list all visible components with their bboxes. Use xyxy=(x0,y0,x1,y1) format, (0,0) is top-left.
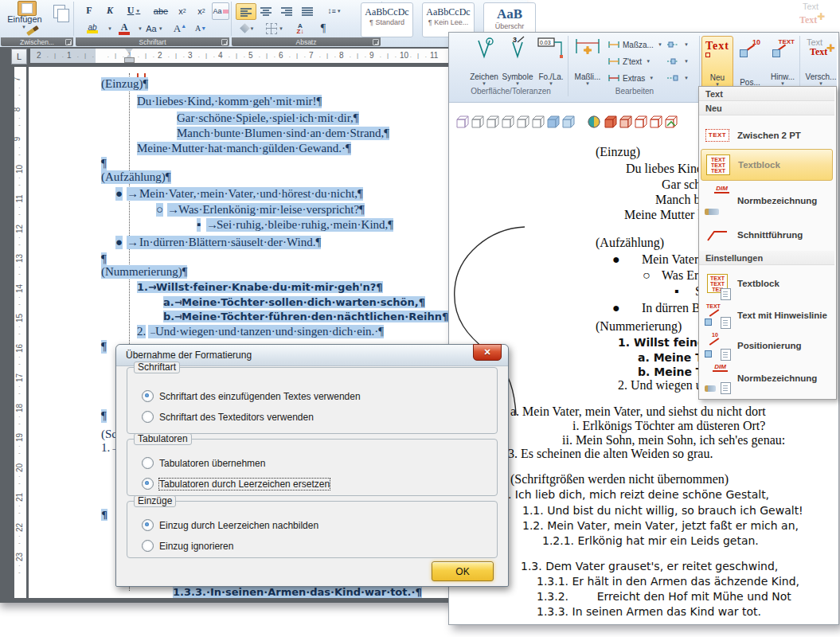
radio-label[interactable]: Tabulatoren durch Leerzeichen ersetzen xyxy=(159,479,330,490)
cad-doc-text[interactable]: 1.3.2. Erreicht den Hof mit Mühe und Not xyxy=(537,590,791,603)
radio-option[interactable]: Tabulatoren durch Leerzeichen ersetzen xyxy=(142,478,330,490)
doc-text[interactable]: (Aufzählung)¶ xyxy=(101,170,171,184)
cad-doc-text[interactable]: 1.3.3. In seinen Armen das Kind war tot. xyxy=(537,605,761,618)
doc-text[interactable]: a. xyxy=(163,296,174,308)
ok-label: OK xyxy=(455,566,469,577)
menu-header-text: Text xyxy=(699,87,834,101)
doc-text[interactable]: 1. xyxy=(137,281,148,293)
ghost-ribbon-fragment: Text ✚ Text xyxy=(798,0,840,30)
menu-item-text-frame[interactable]: TEXTZwischen 2 PT xyxy=(701,120,833,150)
cad-doc-text[interactable]: 1.3.1. Er hält in den Armen das ächzende… xyxy=(537,575,799,588)
norm-doc-icon: DIM xyxy=(704,362,731,394)
schnitt-icon xyxy=(704,221,731,249)
doc-text[interactable]: b. xyxy=(163,311,174,322)
doc-text[interactable]: Du·liebes·Kind,·komm·geh'·mit·mir!¶ xyxy=(137,95,322,108)
textblock-icon: TEXTTEXTTEXT xyxy=(705,150,732,180)
cad-doc-text[interactable]: (Schriftgrößen werden nicht übernommen) xyxy=(510,472,729,487)
doc-text[interactable]: Sei·ruhig,·bleibe·ruhig,·mein·Kind,¶ xyxy=(217,218,393,232)
radio-option[interactable]: Einzug durch Leerzeichen nachbilden xyxy=(142,519,318,531)
groupbox-label: Tabulatoren xyxy=(134,433,192,445)
doc-text[interactable]: Meine·Töchter·führen·den·nächtlichen·Rei… xyxy=(182,311,448,322)
doc-text[interactable]: ¶ xyxy=(101,409,107,423)
radio-label[interactable]: Tabulatoren übernehmen xyxy=(159,458,265,469)
cad-doc-text[interactable]: ii. Mein Sohn, mein Sohn, ich seh'es gen… xyxy=(562,433,785,447)
radio-unselected[interactable] xyxy=(142,540,154,552)
radio-selected[interactable] xyxy=(142,519,154,531)
menu-item-label: Textblock xyxy=(738,160,780,170)
groupbox-schriftart: SchriftartSchriftart des einzufügenden T… xyxy=(127,367,498,434)
cad-doc-text[interactable]: (Einzug) xyxy=(596,145,640,159)
doc-text[interactable]: 2. xyxy=(137,325,146,338)
cad-doc-text[interactable]: 3. Es scheinen die alten Weiden so grau. xyxy=(508,447,713,461)
close-icon[interactable]: ✕ xyxy=(473,344,502,361)
doc-text[interactable]: Mein·Vater,·mein·Vater,·und·hörest·du·ni… xyxy=(139,187,363,201)
doc-text[interactable]: In·dürren·Blättern·säuselt·der·Wind.¶ xyxy=(139,236,321,249)
doc-text[interactable]: Gar·schöne·Spiele,·spiel·ich·mit·dir,¶ xyxy=(177,111,359,125)
menu-item-label: Normbezeichnung xyxy=(737,373,817,383)
doc-text[interactable]: ○ xyxy=(156,203,163,217)
cad-doc-text[interactable]: i. Erlkönigs Töchter am düsteren Ort? xyxy=(572,419,765,433)
radio-unselected[interactable] xyxy=(142,457,154,469)
radio-unselected[interactable] xyxy=(142,411,154,423)
cad-doc-text[interactable]: ● xyxy=(612,301,620,315)
cad-doc-text[interactable]: 1. Ich lieb dich, mich reizt deine schön… xyxy=(501,488,769,501)
radio-label[interactable]: Schriftart des einzufügenden Textes verw… xyxy=(159,391,361,402)
cad-doc-text[interactable]: 1.3. Dem Vater grauset's, er reitet gesc… xyxy=(521,560,778,573)
groupbox-tabulatoren: TabulatorenTabulatoren übernehmenTabulat… xyxy=(127,439,498,496)
radio-option[interactable]: Einzug ignorieren xyxy=(142,540,233,552)
radio-label[interactable]: Einzug durch Leerzeichen nachbilden xyxy=(159,520,318,531)
menu-item-norm[interactable]: DIMNormbezeichnung xyxy=(701,184,833,217)
doc-text[interactable]: ● xyxy=(115,236,123,249)
menu-item-label: Zwischen 2 PT xyxy=(737,131,801,140)
menu-item-label: Normbezeichnung xyxy=(737,196,817,205)
menu-header-einstellungen: Einstellungen xyxy=(699,251,834,265)
cad-doc-text[interactable]: ○ xyxy=(643,268,651,283)
formatting-dialog: Übernahme der Formatierung ✕ SchriftartS… xyxy=(115,344,509,587)
cad-doc-text[interactable]: ▪ xyxy=(674,284,679,299)
doc-text[interactable]: Willst·feiner·Knabe·du·mit·mir·geh'n?¶ xyxy=(156,281,383,293)
menu-item-label: Schnittführung xyxy=(737,230,803,240)
doc-text[interactable]: Manch·bunte·Blumen·sind·an·dem·Strand,¶ xyxy=(177,127,389,140)
radio-selected[interactable] xyxy=(142,478,154,490)
doc-text[interactable]: (Einzug)¶ xyxy=(101,77,148,91)
menu-item-pos-doc[interactable]: 10Positionierung xyxy=(701,330,833,361)
cad-doc-text[interactable]: 1.2. Mein Vater, mein Vater, jetzt faßt … xyxy=(522,519,799,532)
doc-text[interactable]: (Nummerierung)¶ xyxy=(101,265,187,279)
doc-text[interactable]: ¶ xyxy=(101,157,107,170)
radio-option[interactable]: Schriftart des einzufügenden Textes verw… xyxy=(142,390,361,402)
doc-text[interactable]: Und·wiegen·und·tanzen·und·singen·dich·ei… xyxy=(155,325,384,338)
doc-text[interactable]: ¶ xyxy=(101,340,107,354)
text-frame-icon: TEXT xyxy=(704,120,731,150)
ghost-move-icon: ✚ xyxy=(817,11,825,22)
menu-item-textblock[interactable]: TEXTTEXTTEXTTextblock xyxy=(701,149,833,181)
doc-text[interactable]: 1.3.3.·In·seinen·Armen·das·Kind·war·tot.… xyxy=(173,586,422,598)
cad-doc-text[interactable]: (Aufzählung) xyxy=(596,236,664,250)
menu-item-hinweis-doc[interactable]: TEXTText mit Hinweislinie xyxy=(701,302,833,329)
radio-label[interactable]: Einzug ignorieren xyxy=(159,541,233,552)
radio-selected[interactable] xyxy=(142,390,154,402)
menu-item-schnitt[interactable]: Schnittführung xyxy=(701,221,833,249)
cad-doc-text[interactable]: (Nummerierung) xyxy=(596,319,682,334)
doc-text[interactable]: Meine·Töchter·sollen·dich·warten·schön,¶ xyxy=(182,296,425,308)
cad-doc-text[interactable]: a. Mein Vater, mein Vater, und siehst du… xyxy=(510,404,766,419)
doc-text[interactable]: ● xyxy=(115,187,123,201)
radio-option[interactable]: Tabulatoren übernehmen xyxy=(142,457,265,469)
menu-item-label: Text mit Hinweislinie xyxy=(737,311,827,320)
menu-item-label: Positionierung xyxy=(737,341,802,350)
screenshot-stage: Text ✚ Text Einfügen ▼ F K U▼ abe x2 xyxy=(0,0,840,637)
text-neu-dropdown-menu: TextNeuTEXTZwischen 2 PTTEXTTEXTTEXTText… xyxy=(698,86,837,400)
menu-item-norm-doc[interactable]: DIMNormbezeichnung xyxy=(701,362,833,394)
cad-doc-text[interactable]: 1.2.1. Erlkönig hat mir ein Leids getan. xyxy=(542,534,759,547)
menu-item-textblock-doc[interactable]: TEXTTEXTTEXTextblock xyxy=(701,267,833,300)
groupbox-einzüge: EinzügeEinzug durch Leerzeichen nachbild… xyxy=(127,501,498,558)
radio-option[interactable]: Schriftart des Texteditors verwenden xyxy=(142,411,314,423)
doc-text[interactable]: Meine·Mutter·hat·manch·gülden·Gewand.·¶ xyxy=(137,142,351,155)
doc-text[interactable]: Was·Erlenkönig·mir·leise·verspricht?¶ xyxy=(178,203,365,217)
cad-doc-text[interactable]: ● xyxy=(612,252,620,267)
doc-text[interactable]: ¶ xyxy=(101,509,107,521)
doc-text[interactable]: ¶ xyxy=(101,252,107,266)
radio-label[interactable]: Schriftart des Texteditors verwenden xyxy=(159,412,314,423)
cad-doc-text[interactable]: 1.1. Und bist du nicht willig, so brauch… xyxy=(522,504,803,517)
ok-button[interactable]: OK xyxy=(432,561,494,581)
doc-text[interactable]: ▪ xyxy=(197,218,201,232)
